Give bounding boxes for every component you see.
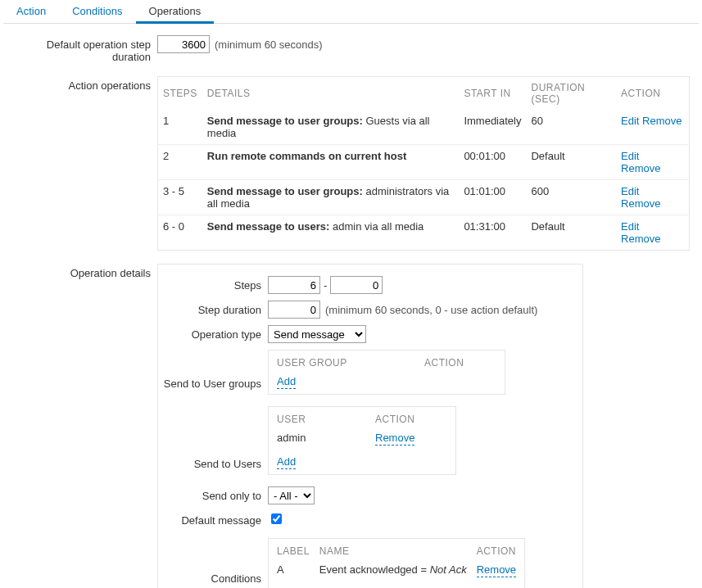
tab-conditions[interactable]: Conditions: [59, 0, 135, 23]
row-operation-details: Operation details Steps - Step duration: [7, 260, 695, 588]
input-default-step-duration[interactable]: [157, 35, 210, 53]
op-details: Run remote commands on current host: [202, 145, 460, 180]
cond-row-name: Event acknowledged = Not Ack: [315, 560, 472, 579]
label-send-only-to: Send only to: [158, 486, 268, 502]
ug-col-action: ACTION: [419, 354, 501, 372]
op-remove-link[interactable]: Remove: [642, 115, 682, 127]
ug-col-group: USER GROUP: [272, 354, 419, 372]
table-row: 1Send message to user groups: Guests via…: [158, 110, 690, 145]
label-step-duration: Step duration: [158, 301, 268, 316]
table-row: 3 - 5Send message to user groups: admini…: [158, 180, 690, 215]
op-actions: Edit Remove: [616, 180, 689, 215]
row-default-step-duration: Default operation step duration (minimum…: [7, 32, 695, 66]
op-startin: 00:01:00: [459, 145, 526, 180]
cond-row-label: A: [272, 560, 315, 579]
user-row-remove-link[interactable]: Remove: [375, 432, 414, 446]
op-actions: Edit Remove: [616, 145, 689, 180]
row-action-operations: Action operations STEPS DETAILS START IN…: [7, 73, 695, 254]
user-groups-box: USER GROUP ACTION Add: [268, 350, 505, 395]
users-add-link[interactable]: Add: [277, 455, 296, 469]
ops-col-duration: DURATION (SEC): [526, 77, 616, 111]
op-steps: 6 - 0: [158, 215, 202, 251]
op-actions: Edit Remove: [616, 215, 689, 251]
op-actions: Edit Remove: [616, 110, 689, 145]
op-edit-link[interactable]: Edit: [621, 185, 639, 197]
hint-default-step-duration: (minimum 60 seconds): [215, 38, 323, 51]
table-row: 6 - 0Send message to users: admin via al…: [158, 215, 690, 251]
label-conditions: Conditions: [158, 572, 261, 585]
op-edit-link[interactable]: Edit: [621, 115, 639, 127]
user-row-name: admin: [272, 428, 370, 447]
label-action-operations: Action operations: [7, 76, 157, 92]
user-groups-add-link[interactable]: Add: [277, 375, 296, 389]
op-edit-link[interactable]: Edit: [621, 220, 639, 233]
operations-table: STEPS DETAILS START IN DURATION (SEC) AC…: [157, 76, 690, 251]
ops-col-details: DETAILS: [202, 77, 460, 111]
label-send-user-groups: Send to User groups: [158, 374, 268, 395]
users-box: USER ACTION admin Remove Add: [268, 406, 456, 475]
label-send-users: Send to Users: [158, 455, 268, 475]
input-step-duration[interactable]: [268, 301, 320, 319]
select-send-only-to[interactable]: - All -: [268, 486, 315, 504]
label-operation-type: Operation type: [158, 325, 268, 341]
c-col-action: ACTION: [472, 542, 521, 560]
op-steps: 2: [158, 145, 202, 180]
ops-col-action: ACTION: [616, 77, 689, 111]
u-col-user: USER: [272, 410, 370, 428]
op-steps: 3 - 5: [158, 180, 202, 215]
op-startin: 01:01:00: [459, 180, 526, 215]
op-remove-link[interactable]: Remove: [621, 197, 660, 210]
op-startin: 01:31:00: [459, 215, 526, 251]
op-duration: Default: [526, 215, 616, 251]
ops-col-startin: START IN: [459, 77, 526, 111]
select-operation-type[interactable]: Send message: [268, 325, 366, 343]
op-details: Send message to users: admin via all med…: [202, 215, 460, 251]
c-col-label: LABEL: [272, 542, 315, 560]
checkbox-default-message[interactable]: [271, 513, 282, 524]
tabs-bar: Action Conditions Operations: [3, 0, 699, 24]
op-duration: 60: [526, 110, 616, 145]
label-default-message: Default message: [158, 511, 268, 527]
op-edit-link[interactable]: Edit: [621, 150, 639, 162]
op-details: Send message to user groups: administrat…: [202, 180, 460, 215]
op-startin: Immediately: [459, 110, 526, 145]
ops-col-steps: STEPS: [158, 77, 202, 111]
label-steps: Steps: [158, 276, 268, 292]
label-default-step-duration: Default operation step duration: [7, 35, 157, 63]
op-remove-link[interactable]: Remove: [621, 233, 660, 245]
conditions-box: LABEL NAME ACTION A Event acknowledged =…: [268, 538, 525, 588]
input-step-to[interactable]: [330, 276, 383, 294]
cond-row-remove-link[interactable]: Remove: [477, 563, 516, 577]
op-duration: Default: [526, 145, 616, 180]
u-col-action: ACTION: [370, 410, 452, 428]
op-duration: 600: [526, 180, 616, 215]
table-row: 2Run remote commands on current host00:0…: [158, 145, 690, 180]
op-remove-link[interactable]: Remove: [621, 162, 660, 174]
op-steps: 1: [158, 110, 202, 145]
tab-operations[interactable]: Operations: [136, 0, 215, 24]
c-col-name: NAME: [315, 542, 472, 560]
hint-step-duration: (minimum 60 seconds, 0 - use action defa…: [325, 304, 537, 316]
operation-details-panel: Steps - Step duration (minimum 60 second…: [157, 264, 583, 588]
label-operation-details: Operation details: [7, 264, 157, 279]
steps-dash: -: [324, 279, 327, 292]
input-step-from[interactable]: [268, 276, 320, 294]
op-details: Send message to user groups: Guests via …: [202, 110, 460, 145]
tab-action[interactable]: Action: [3, 0, 59, 23]
